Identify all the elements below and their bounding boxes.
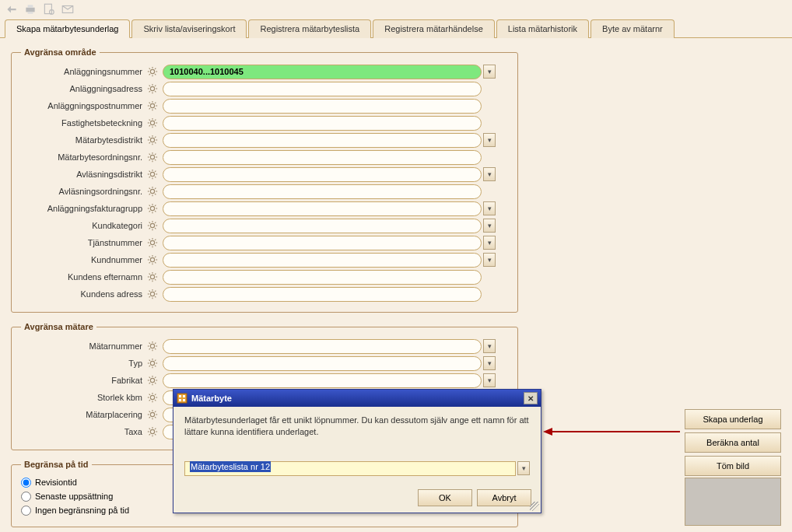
area-input[interactable] [163,287,482,302]
dropdown-button[interactable] [483,373,496,387]
area-label: Kundnummer [21,255,145,264]
area-row: Avläsningsordningsnr. [21,183,508,200]
svg-line-147 [155,366,156,366]
gear-icon[interactable] [145,373,159,387]
svg-line-40 [149,125,150,126]
gear-icon[interactable] [145,408,159,422]
area-input[interactable] [163,270,482,285]
modal-input-dropdown[interactable] [517,461,530,475]
group-time-legend: Begränsa på tid [21,460,92,469]
tab-reg-handelse[interactable]: Registrera mätarhändelse [373,19,495,38]
gear-icon[interactable] [145,99,159,113]
gear-icon[interactable] [145,339,159,353]
gear-icon[interactable] [145,167,159,181]
mail-icon[interactable] [61,2,75,16]
svg-line-30 [155,108,156,109]
area-input[interactable] [163,133,482,148]
svg-line-185 [155,429,156,429]
area-input[interactable] [163,150,482,165]
meter-input[interactable] [163,356,482,371]
btn-berakna-antal[interactable]: Beräkna antal [685,432,781,453]
dropdown-button[interactable] [483,253,496,267]
svg-line-166 [149,400,150,401]
area-input[interactable] [163,82,482,96]
dropdown-button[interactable] [483,167,496,181]
btn-tom-bild[interactable]: Töm bild [685,456,781,476]
gear-icon[interactable] [145,390,159,404]
dropdown-button[interactable] [483,133,496,147]
area-input[interactable] [163,99,482,114]
cancel-button[interactable]: Avbryt [477,489,531,506]
area-input[interactable] [163,167,482,182]
gear-icon[interactable] [145,356,159,370]
svg-point-132 [150,344,154,348]
meter-label: Storlek kbm [21,393,145,402]
gear-icon[interactable] [145,133,159,147]
gear-icon[interactable] [145,236,159,250]
modal-name-input[interactable]: Mätarbyteslista nr 12 [184,461,516,476]
gear-icon[interactable] [145,253,159,267]
dropdown-button[interactable] [483,356,496,370]
gear-icon[interactable] [145,270,159,284]
svg-point-114 [150,275,154,278]
area-input[interactable] [163,65,482,79]
gear-icon[interactable] [145,150,159,164]
gear-icon[interactable] [145,82,159,96]
modal-titlebar[interactable]: Mätarbyte ✕ [173,390,541,407]
area-input[interactable] [163,236,482,250]
svg-line-156 [155,383,156,383]
svg-line-158 [155,377,156,378]
svg-line-21 [155,91,156,92]
tab-skriv[interactable]: Skriv lista/aviseringskort [131,19,247,38]
meter-input[interactable] [163,373,482,388]
radio[interactable] [21,506,31,516]
meter-row: Fabrikat [21,372,508,389]
dropdown-button[interactable] [483,339,496,353]
close-icon[interactable]: ✕ [524,392,538,404]
print-icon[interactable] [23,2,37,16]
btn-skapa-underlag[interactable]: Skapa underlag [685,409,781,429]
resize-grip[interactable] [530,502,539,511]
area-row: Kundnummer [21,251,508,268]
tab-skapa[interactable]: Skapa mätarbytesunderlag [5,19,130,38]
dropdown-button[interactable] [483,219,496,233]
tab-reg-lista[interactable]: Registrera mätarbyteslista [248,19,371,38]
radio[interactable] [21,478,31,488]
svg-line-39 [155,125,156,126]
ok-button[interactable]: OK [418,489,472,506]
dropdown-button[interactable] [483,236,496,250]
gear-icon[interactable] [145,116,159,130]
group-area: Avgränsa område AnläggningsnummerAnläggn… [11,47,518,313]
dropdown-button[interactable] [483,201,496,215]
radio[interactable] [21,492,31,502]
gear-icon[interactable] [145,287,159,301]
svg-point-123 [150,292,154,296]
area-row: Mätarbytesordningsnr. [21,149,508,166]
svg-line-121 [149,279,150,280]
tab-historik[interactable]: Lista mätarhistorik [496,19,589,38]
svg-line-77 [155,188,156,189]
area-input[interactable] [163,253,482,268]
tab-byte[interactable]: Byte av mätarnr [590,19,675,38]
dropdown-button[interactable] [483,65,496,79]
meter-input[interactable] [163,339,482,354]
nav-icon[interactable] [5,2,19,16]
svg-point-51 [150,155,154,159]
gear-icon[interactable] [145,201,159,215]
svg-line-66 [155,177,156,177]
gear-icon[interactable] [145,184,159,198]
doc-search-icon[interactable] [42,2,56,16]
area-input[interactable] [163,201,482,216]
svg-line-110 [149,257,150,257]
area-input[interactable] [163,116,482,131]
modal: Mätarbyte ✕ Mätarbytesunderlaget får ett… [173,389,541,513]
gear-icon[interactable] [145,65,159,79]
svg-line-76 [149,194,150,194]
area-input[interactable] [163,219,482,233]
svg-line-111 [155,262,156,263]
gear-icon[interactable] [145,425,159,439]
svg-point-141 [150,361,154,365]
area-input[interactable] [163,184,482,199]
svg-line-31 [149,108,150,109]
gear-icon[interactable] [145,219,159,233]
